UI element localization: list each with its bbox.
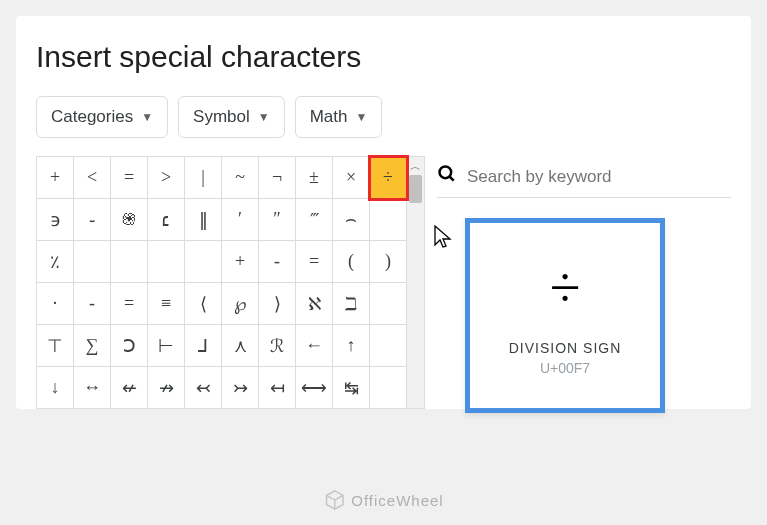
scroll-up-icon[interactable]: ︿: [407, 157, 424, 175]
character-cell[interactable]: Ɔ: [111, 325, 148, 367]
character-cell[interactable]: ¬: [259, 157, 296, 199]
character-cell[interactable]: =: [111, 283, 148, 325]
character-cell[interactable]: ×: [333, 157, 370, 199]
character-cell[interactable]: [370, 325, 407, 367]
character-cell[interactable]: ׆: [148, 199, 185, 241]
scroll-track[interactable]: [407, 175, 424, 408]
character-cell[interactable]: >: [148, 157, 185, 199]
svg-line-1: [450, 177, 454, 181]
character-row: ↓↔↚↛↢↣↤⟷↹: [37, 367, 407, 409]
character-cell[interactable]: ÷: [370, 157, 407, 199]
character-cell[interactable]: ֊: [74, 199, 111, 241]
character-cell[interactable]: [111, 241, 148, 283]
filter-dropdowns: Categories ▼ Symbol ▼ Math ▼: [36, 96, 731, 138]
grid-scrollbar[interactable]: ︿: [407, 156, 425, 409]
character-cell[interactable]: ‖: [185, 199, 222, 241]
search-box[interactable]: [437, 156, 731, 198]
chevron-down-icon: ▼: [258, 110, 270, 124]
character-row: ·-=≡⟨℘⟩ℵℶ: [37, 283, 407, 325]
character-cell[interactable]: ℶ: [333, 283, 370, 325]
character-cell[interactable]: [185, 241, 222, 283]
character-cell[interactable]: [370, 367, 407, 409]
character-cell[interactable]: ٪: [37, 241, 74, 283]
character-cell[interactable]: ϶: [37, 199, 74, 241]
character-cell[interactable]: ↓: [37, 367, 74, 409]
character-row: ⊤∑Ɔ⊢⅃⋏ℛ←↑: [37, 325, 407, 367]
character-cell[interactable]: =: [111, 157, 148, 199]
character-cell[interactable]: ↛: [148, 367, 185, 409]
character-grid-wrapper: +<=>|~¬±×÷϶֊֍׆‖′″‴⌢٪+-=()·-=≡⟨℘⟩ℵℶ⊤∑Ɔ⊢⅃⋏…: [36, 156, 425, 409]
character-cell[interactable]: ⋏: [222, 325, 259, 367]
search-input[interactable]: [467, 167, 731, 187]
character-cell[interactable]: ↔: [74, 367, 111, 409]
character-cell[interactable]: ⌢: [333, 199, 370, 241]
character-cell[interactable]: ↚: [111, 367, 148, 409]
character-cell[interactable]: [370, 283, 407, 325]
character-cell[interactable]: ℘: [222, 283, 259, 325]
character-cell[interactable]: ⅃: [185, 325, 222, 367]
character-cell[interactable]: ℵ: [296, 283, 333, 325]
preview-glyph: ÷: [550, 256, 581, 320]
symbol-dropdown[interactable]: Symbol ▼: [178, 96, 285, 138]
character-cell[interactable]: ⟩: [259, 283, 296, 325]
scroll-thumb[interactable]: [409, 175, 422, 203]
character-cell[interactable]: ∑: [74, 325, 111, 367]
character-cell[interactable]: [74, 241, 111, 283]
character-cell[interactable]: ↢: [185, 367, 222, 409]
character-cell[interactable]: ±: [296, 157, 333, 199]
character-cell[interactable]: ↑: [333, 325, 370, 367]
search-area: [437, 156, 731, 198]
character-cell[interactable]: -: [259, 241, 296, 283]
character-cell[interactable]: ·: [37, 283, 74, 325]
character-cell[interactable]: ): [370, 241, 407, 283]
symbol-label: Symbol: [193, 107, 250, 127]
character-cell[interactable]: ↣: [222, 367, 259, 409]
categories-dropdown[interactable]: Categories ▼: [36, 96, 168, 138]
character-cell[interactable]: +: [222, 241, 259, 283]
watermark: OfficeWheel: [323, 489, 443, 511]
character-cell[interactable]: ⟨: [185, 283, 222, 325]
character-cell[interactable]: <: [74, 157, 111, 199]
chevron-down-icon: ▼: [141, 110, 153, 124]
character-cell[interactable]: ‴: [296, 199, 333, 241]
character-cell[interactable]: ֍: [111, 199, 148, 241]
character-cell[interactable]: |: [185, 157, 222, 199]
character-cell[interactable]: ⊤: [37, 325, 74, 367]
character-row: +<=>|~¬±×÷: [37, 157, 407, 199]
watermark-text: OfficeWheel: [351, 492, 443, 509]
character-cell[interactable]: [370, 199, 407, 241]
character-cell[interactable]: ↤: [259, 367, 296, 409]
character-cell[interactable]: =: [296, 241, 333, 283]
character-grid: +<=>|~¬±×÷϶֊֍׆‖′″‴⌢٪+-=()·-=≡⟨℘⟩ℵℶ⊤∑Ɔ⊢⅃⋏…: [36, 156, 407, 409]
character-cell[interactable]: ~: [222, 157, 259, 199]
character-row: ϶֊֍׆‖′″‴⌢: [37, 199, 407, 241]
character-cell[interactable]: ⊢: [148, 325, 185, 367]
character-cell[interactable]: ″: [259, 199, 296, 241]
character-cell[interactable]: -: [74, 283, 111, 325]
character-cell[interactable]: ′: [222, 199, 259, 241]
math-label: Math: [310, 107, 348, 127]
character-preview-tooltip: ÷ DIVISION SIGN U+00F7: [465, 218, 665, 413]
character-cell[interactable]: [148, 241, 185, 283]
chevron-down-icon: ▼: [355, 110, 367, 124]
math-dropdown[interactable]: Math ▼: [295, 96, 383, 138]
character-cell[interactable]: ↹: [333, 367, 370, 409]
character-cell[interactable]: ←: [296, 325, 333, 367]
character-cell[interactable]: ℛ: [259, 325, 296, 367]
character-cell[interactable]: ⟷: [296, 367, 333, 409]
character-cell[interactable]: +: [37, 157, 74, 199]
dialog-title: Insert special characters: [36, 40, 731, 74]
character-row: ٪+-=(): [37, 241, 407, 283]
search-icon: [437, 164, 457, 189]
svg-point-0: [440, 167, 452, 179]
preview-code: U+00F7: [540, 360, 590, 376]
preview-name: DIVISION SIGN: [509, 340, 622, 356]
categories-label: Categories: [51, 107, 133, 127]
character-cell[interactable]: ≡: [148, 283, 185, 325]
character-cell[interactable]: (: [333, 241, 370, 283]
